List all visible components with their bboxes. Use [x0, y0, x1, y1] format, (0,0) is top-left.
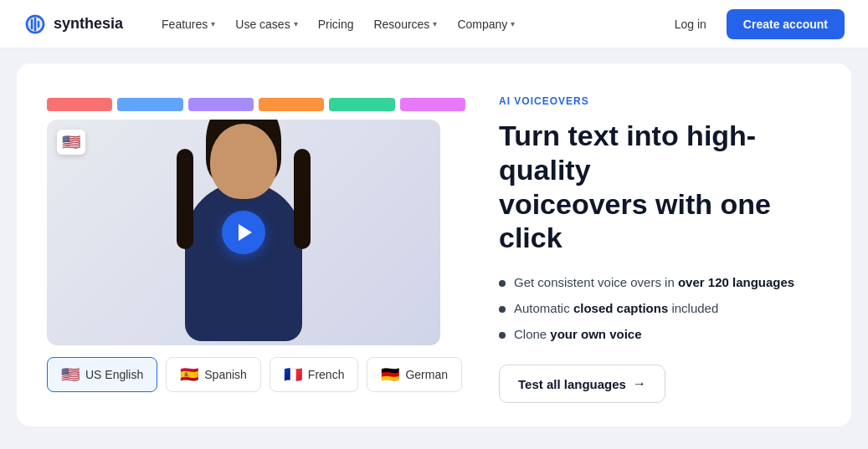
feature-item-captions: Automatic closed captions included: [499, 301, 821, 315]
flag-icon-de: 🇩🇪: [381, 365, 399, 384]
nav-use-cases[interactable]: Use cases ▾: [227, 13, 306, 36]
test-languages-button[interactable]: Test all languages →: [499, 365, 665, 403]
logo[interactable]: synthesia: [23, 13, 123, 36]
section-label: AI VOICEOVERS: [499, 95, 821, 107]
active-language-flag: 🇺🇸: [57, 130, 85, 155]
lang-tab-mini-3: [188, 98, 254, 111]
hero-text-section: AI VOICEOVERS Turn text into high-qualit…: [499, 87, 821, 403]
video-player[interactable]: 🇺🇸: [47, 120, 440, 345]
nav-company-label: Company: [457, 18, 507, 31]
test-btn-label: Test all languages: [518, 377, 626, 391]
chevron-down-icon: ▾: [511, 19, 515, 28]
synthesia-logo-icon: [23, 13, 47, 36]
feature-prefix-3: Clone: [514, 327, 550, 341]
flag-icon-es: 🇪🇸: [180, 365, 198, 384]
language-btn-french[interactable]: 🇫🇷 French: [270, 357, 359, 392]
play-icon: [239, 224, 252, 241]
feature-bold-3: your own voice: [550, 327, 641, 341]
nav-pricing-label: Pricing: [318, 18, 354, 31]
feature-prefix-2: Automatic: [514, 301, 573, 315]
hero-headline: Turn text into high-quality voiceovers w…: [499, 119, 821, 255]
language-btn-german[interactable]: 🇩🇪 German: [367, 357, 462, 392]
language-buttons: 🇺🇸 US English 🇪🇸 Spanish 🇫🇷 French 🇩🇪 Ge…: [47, 357, 465, 392]
feature-bold-1: over 120 languages: [678, 275, 794, 289]
arrow-right-icon: →: [633, 376, 646, 391]
lang-tab-mini-5: [329, 98, 394, 111]
logo-text: synthesia: [54, 15, 123, 33]
bullet-icon: [499, 332, 506, 339]
login-button[interactable]: Log in: [666, 13, 715, 36]
bullet-icon: [499, 306, 506, 313]
language-btn-us-english[interactable]: 🇺🇸 US English: [47, 357, 157, 392]
create-account-button[interactable]: Create account: [727, 9, 845, 39]
avatar-head: [210, 124, 277, 199]
video-section: 🇺🇸 🇺🇸 US English: [47, 98, 465, 392]
language-btn-french-label: French: [308, 368, 345, 381]
feature-text-captions: Automatic closed captions included: [514, 301, 718, 315]
nav-use-cases-label: Use cases: [235, 18, 290, 31]
feature-bold-2: closed captions: [573, 301, 668, 315]
nav-company[interactable]: Company ▾: [449, 13, 523, 36]
lang-tab-mini-4: [259, 98, 324, 111]
feature-item-voice: Clone your own voice: [499, 327, 821, 341]
navigation: synthesia Features ▾ Use cases ▾ Pricing…: [0, 0, 868, 48]
lang-tab-mini-6: [400, 98, 465, 111]
feature-text-languages: Get consistent voice overs in over 120 l…: [514, 275, 794, 289]
nav-actions: Log in Create account: [666, 9, 845, 39]
feature-text-voice: Clone your own voice: [514, 327, 642, 341]
nav-resources[interactable]: Resources ▾: [365, 13, 445, 36]
nav-features-label: Features: [162, 18, 208, 31]
feature-prefix-1: Get consistent voice overs in: [514, 275, 678, 289]
language-tabs-decorative: [47, 98, 465, 111]
language-btn-german-label: German: [405, 368, 448, 381]
features-list: Get consistent voice overs in over 120 l…: [499, 275, 821, 341]
flag-icon-fr: 🇫🇷: [284, 365, 302, 384]
nav-links: Features ▾ Use cases ▾ Pricing Resources…: [153, 13, 666, 36]
bullet-icon: [499, 280, 506, 287]
feature-suffix-2: included: [668, 301, 718, 315]
chevron-down-icon: ▾: [211, 19, 215, 28]
main-content: 🇺🇸 🇺🇸 US English: [0, 48, 868, 441]
flag-icon-us: 🇺🇸: [61, 365, 80, 384]
headline-line1: Turn text into high-quality: [499, 120, 756, 186]
language-btn-spanish[interactable]: 🇪🇸 Spanish: [166, 357, 261, 392]
hero-card: 🇺🇸 🇺🇸 US English: [17, 64, 851, 426]
lang-tab-mini-2: [117, 98, 182, 111]
avatar-body: [185, 182, 302, 341]
avatar-hair-right: [294, 149, 311, 249]
language-btn-spanish-label: Spanish: [204, 368, 247, 381]
language-btn-us-english-label: US English: [85, 368, 143, 381]
chevron-down-icon: ▾: [433, 19, 437, 28]
chevron-down-icon: ▾: [294, 19, 298, 28]
nav-features[interactable]: Features ▾: [153, 13, 223, 36]
feature-item-languages: Get consistent voice overs in over 120 l…: [499, 275, 821, 289]
play-button[interactable]: [222, 211, 265, 254]
nav-pricing[interactable]: Pricing: [310, 13, 362, 36]
headline-line2: voiceovers with one click: [499, 188, 771, 254]
nav-resources-label: Resources: [373, 18, 429, 31]
avatar-hair-left: [177, 149, 193, 249]
lang-tab-mini-1: [47, 98, 112, 111]
